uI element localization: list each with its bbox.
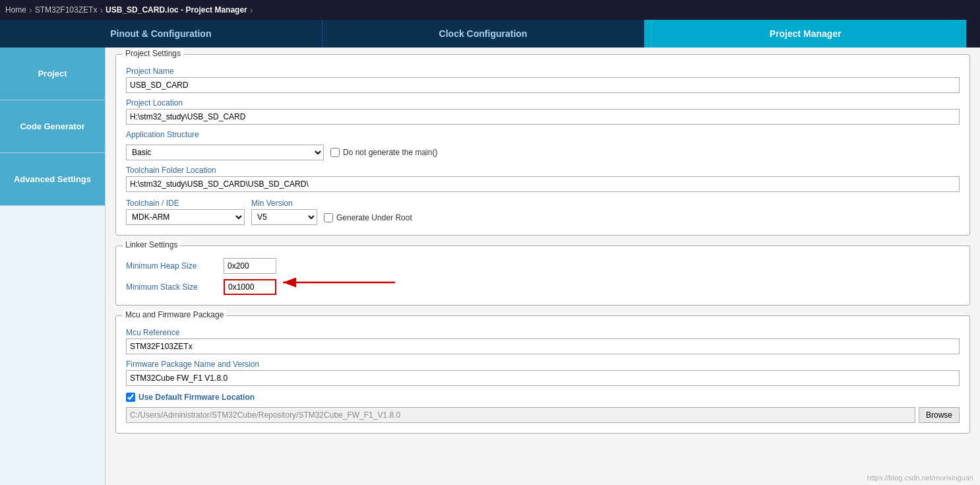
linker-settings-title: Linker Settings (123, 240, 180, 249)
watermark: https://blog.csdn.net/morixinguan (867, 474, 973, 482)
min-version-select[interactable]: V5 (251, 209, 317, 225)
firmware-input[interactable] (126, 370, 960, 386)
project-settings-section: Project Settings Project Name Project Lo… (115, 54, 970, 236)
linker-settings-section: Linker Settings Minimum Heap Size Minimu… (115, 245, 970, 306)
use-default-checkbox[interactable] (126, 393, 135, 402)
mcu-firmware-section: Mcu and Firmware Package Mcu Reference F… (115, 315, 970, 434)
toolchain-folder-label: Toolchain Folder Location (126, 166, 960, 175)
breadcrumb-project: USB_SD_CARD.ioc - Project Manager (106, 5, 247, 15)
project-name-label: Project Name (126, 67, 960, 76)
toolchain-label: Toolchain / IDE (126, 199, 245, 208)
do-not-generate-label[interactable]: Do not generate the main() (330, 148, 437, 157)
project-settings-title: Project Settings (123, 49, 183, 58)
min-heap-row: Minimum Heap Size (126, 258, 960, 274)
project-name-input[interactable] (126, 77, 960, 93)
project-location-label: Project Location (126, 98, 960, 108)
project-location-input[interactable] (126, 109, 960, 125)
sidebar: Project Code Generator Advanced Settings (0, 48, 106, 485)
breadcrumb-mcu[interactable]: STM32F103ZETx (35, 5, 98, 15)
toolchain-row: Toolchain / IDE MDK-ARM Min Version V5 G… (126, 199, 960, 225)
mcu-ref-label: Mcu Reference (126, 328, 960, 337)
tab-clock[interactable]: Clock Configuration (322, 20, 645, 48)
breadcrumb-home[interactable]: Home (5, 5, 26, 15)
min-version-label: Min Version (251, 199, 317, 208)
mcu-ref-input[interactable] (126, 339, 960, 354)
breadcrumb-arrow-2: › (100, 5, 103, 15)
sidebar-item-advanced-settings[interactable]: Advanced Settings (0, 153, 105, 206)
title-bar: Home › STM32F103ZETx › USB_SD_CARD.ioc -… (0, 0, 980, 20)
sidebar-item-project[interactable]: Project (0, 48, 105, 100)
min-stack-input-wrapper (224, 279, 276, 295)
toolchain-folder-input[interactable] (126, 176, 960, 192)
generate-under-root-label[interactable]: Generate Under Root (324, 213, 412, 222)
firmware-label: Firmware Package Name and Version (126, 360, 960, 369)
sidebar-item-code-generator[interactable]: Code Generator (0, 100, 105, 153)
breadcrumb-arrow-3: › (250, 5, 253, 15)
firmware-path-input (126, 407, 915, 423)
toolchain-select[interactable]: MDK-ARM (126, 209, 245, 225)
min-stack-label: Minimum Stack Size (126, 282, 218, 292)
tab-end-block (967, 20, 980, 48)
tab-bar: Pinout & Configuration Clock Configurati… (0, 20, 980, 48)
toolchain-ide-group: Toolchain / IDE MDK-ARM (126, 199, 245, 225)
min-heap-label: Minimum Heap Size (126, 261, 218, 271)
generate-under-root-checkbox[interactable] (324, 213, 333, 222)
tab-pinout[interactable]: Pinout & Configuration (0, 20, 322, 48)
min-stack-row: Minimum Stack Size (126, 279, 960, 295)
use-default-row: Use Default Firmware Location (126, 393, 960, 402)
min-version-group: Min Version V5 (251, 199, 317, 225)
app-structure-select[interactable]: Basic (126, 145, 324, 160)
do-not-generate-checkbox[interactable] (330, 148, 340, 157)
content-area: Project Settings Project Name Project Lo… (106, 48, 980, 485)
min-stack-input[interactable] (224, 279, 276, 295)
mcu-firmware-title: Mcu and Firmware Package (123, 310, 226, 319)
app-structure-label: Application Structure (126, 130, 960, 139)
main-layout: Project Code Generator Advanced Settings… (0, 48, 980, 485)
breadcrumb-arrow-1: › (29, 5, 32, 15)
use-default-label[interactable]: Use Default Firmware Location (126, 393, 960, 402)
tab-project-manager[interactable]: Project Manager (644, 20, 967, 48)
browse-button[interactable]: Browse (919, 407, 960, 423)
firmware-path-row: Browse (126, 407, 960, 423)
min-heap-input[interactable] (224, 258, 276, 274)
app-structure-row: Basic Do not generate the main() (126, 145, 960, 160)
